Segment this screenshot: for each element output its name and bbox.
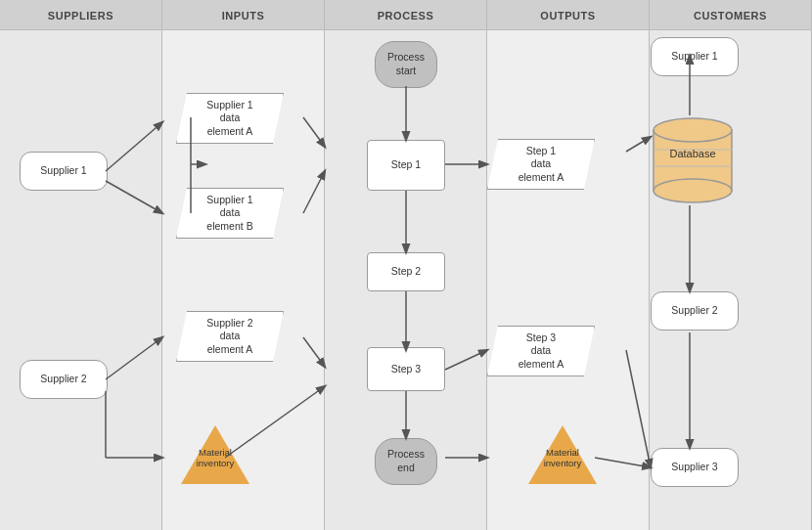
- input-data-1b[interactable]: Supplier 1 data element B: [176, 188, 284, 239]
- cust-supplier2[interactable]: Supplier 2: [651, 291, 739, 331]
- col-inputs-header: INPUTS: [162, 0, 324, 30]
- diagram: SUPPLIERS INPUTS PROCESS OUTPUTS CUSTOME…: [0, 0, 812, 530]
- svg-point-26: [654, 179, 732, 202]
- output-data-1a[interactable]: Step 1 data element A: [487, 139, 595, 190]
- process-start[interactable]: Process start: [375, 41, 437, 88]
- col-suppliers: SUPPLIERS: [0, 0, 162, 530]
- col-customers-header: CUSTOMERS: [650, 0, 811, 30]
- supplier2-node[interactable]: Supplier 2: [20, 360, 108, 399]
- database[interactable]: Database: [649, 112, 737, 205]
- step2[interactable]: Step 2: [367, 252, 445, 291]
- cust-supplier3[interactable]: Supplier 3: [651, 448, 739, 487]
- step1[interactable]: Step 1: [367, 140, 445, 191]
- output-material-inventory[interactable]: Material inventory: [528, 425, 597, 494]
- supplier1-node[interactable]: Supplier 1: [20, 152, 108, 191]
- input-material-inventory[interactable]: Material inventory: [181, 425, 249, 494]
- cust-supplier1[interactable]: Supplier 1: [651, 37, 739, 76]
- process-end[interactable]: Process end: [375, 438, 437, 485]
- col-suppliers-header: SUPPLIERS: [0, 0, 161, 30]
- col-outputs-header: OUTPUTS: [487, 0, 649, 30]
- svg-point-25: [654, 118, 732, 142]
- input-data-1a[interactable]: Supplier 1 data element A: [176, 93, 284, 144]
- step3[interactable]: Step 3: [367, 347, 445, 391]
- col-process-header: PROCESS: [325, 0, 486, 30]
- input-data-2a[interactable]: Supplier 2 data element A: [176, 311, 284, 362]
- output-data-3a[interactable]: Step 3 data element A: [487, 326, 595, 376]
